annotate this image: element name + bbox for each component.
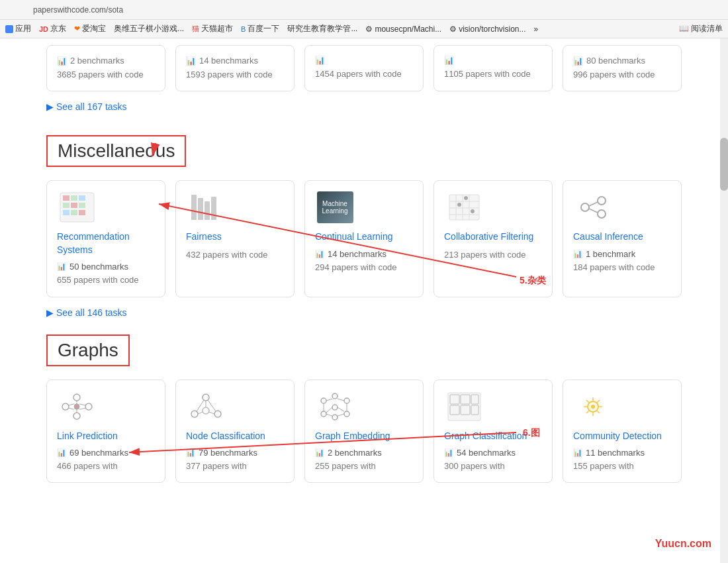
svg-line-82	[597, 411, 600, 413]
svg-point-26	[581, 203, 589, 211]
svg-point-34	[73, 413, 80, 419]
watermark: Yuucn.com	[655, 538, 711, 550]
svg-point-51	[321, 398, 326, 403]
recommendation-systems-papers: 655 papers with code	[57, 274, 155, 286]
bookmark-more[interactable]: »	[534, 25, 539, 34]
top-card-4[interactable]: 📊 1105 papers with code	[433, 45, 553, 91]
svg-point-27	[598, 197, 606, 205]
svg-line-38	[79, 404, 86, 405]
svg-line-36	[68, 404, 74, 405]
miscellaneous-header: Miscellaneous	[46, 135, 186, 167]
top-card-5[interactable]: 📊 80 benchmarks 996 papers with code	[563, 45, 682, 91]
link-prediction-icon	[59, 391, 95, 423]
svg-rect-13	[198, 198, 203, 220]
svg-line-39	[79, 408, 86, 409]
graph-classification-image	[444, 390, 484, 423]
svg-line-58	[326, 399, 332, 401]
bookmark-taobao[interactable]: ❤ 爱淘宝	[74, 23, 106, 34]
svg-rect-66	[448, 393, 480, 421]
bookmark-baidu[interactable]: B 百度一下	[241, 23, 279, 34]
card-collaborative-filtering[interactable]: Collaborative Filtering 213 papers with …	[433, 180, 553, 297]
card-2-benchmarks: 📊 14 benchmarks	[186, 56, 284, 66]
causal-inference-papers: 184 papers with code	[573, 262, 671, 274]
recommendation-icon	[59, 191, 95, 223]
top-card-3[interactable]: 📊 1454 papers with code	[304, 45, 424, 91]
bookmark-edu[interactable]: 研究生教育教学管...	[287, 23, 357, 34]
url-bar: paperswithcode.com/sota	[33, 5, 123, 15]
bookmark-reading[interactable]: 📖 阅读清单	[679, 23, 723, 34]
svg-line-29	[589, 202, 598, 206]
graphs-section: Graphs	[46, 334, 682, 484]
causal-inference-icon	[575, 191, 612, 223]
node-classification-icon	[188, 391, 224, 423]
causal-inference-image	[573, 191, 613, 224]
graph-embedding-title: Graph Embedding	[315, 430, 413, 443]
svg-point-56	[344, 411, 349, 417]
card-fairness[interactable]: Fairness 432 papers with code	[175, 180, 295, 297]
fairness-papers: 432 papers with code	[186, 249, 284, 261]
card-3-benchmarks: 📊	[315, 56, 413, 65]
graph-embedding-image	[315, 390, 355, 423]
svg-point-32	[73, 394, 80, 401]
svg-rect-12	[191, 195, 197, 220]
node-classification-papers: 377 papers with	[186, 460, 284, 472]
top-card-2[interactable]: 📊 14 benchmarks 1593 papers with code	[175, 45, 295, 91]
card-graph-classification[interactable]: Graph Classification 📊 54 benchmarks 300…	[433, 380, 553, 484]
see-all-146-link[interactable]: ▶ See all 146 tasks	[46, 307, 682, 318]
svg-point-45	[203, 407, 209, 414]
bookmark-app[interactable]: 应用	[5, 23, 31, 34]
svg-line-49	[198, 412, 203, 414]
card-community-detection[interactable]: Community Detection 📊 11 benchmarks 155 …	[563, 380, 682, 484]
svg-point-55	[332, 415, 338, 420]
svg-rect-5	[79, 195, 85, 201]
bookmark-game[interactable]: 奥维五子棋小游戏...	[114, 23, 184, 34]
card-5-papers: 996 papers with code	[573, 69, 671, 81]
card-link-prediction[interactable]: Link Prediction 📊 69 benchmarks 466 pape…	[46, 380, 165, 484]
card-2-papers: 1593 papers with code	[186, 69, 284, 81]
svg-rect-4	[71, 195, 77, 201]
community-detection-image	[573, 390, 613, 423]
card-continual-learning[interactable]: Machine Learning Continual Learning 📊 14…	[304, 180, 424, 297]
graph-embedding-papers: 255 papers with	[315, 460, 413, 472]
collaborative-filtering-icon	[446, 191, 482, 223]
bookmark-bar: 应用 JD 京东 ❤ 爱淘宝 奥维五子棋小游戏... 猫 天猫超市 B 百度一下…	[0, 20, 728, 38]
card-recommendation-systems[interactable]: Recommendation Systems 📊 50 benchmarks 6…	[46, 180, 165, 297]
causal-inference-benchmarks: 📊 1 benchmark	[573, 249, 671, 259]
svg-rect-9	[63, 210, 69, 215]
miscellaneous-title: Miscellaneous	[58, 140, 175, 162]
card-4-papers: 1105 papers with code	[444, 68, 542, 80]
graph-classification-papers: 300 papers with	[444, 460, 542, 472]
svg-line-79	[586, 400, 589, 403]
community-detection-benchmarks: 📊 11 benchmarks	[573, 448, 671, 458]
link-prediction-image	[57, 390, 97, 423]
bookmark-tmall[interactable]: 猫 天猫超市	[192, 23, 233, 34]
link-prediction-benchmarks: 📊 69 benchmarks	[57, 448, 155, 458]
recommendation-systems-title: Recommendation Systems	[57, 230, 155, 256]
svg-line-81	[586, 411, 589, 413]
svg-point-28	[598, 210, 606, 218]
community-detection-papers: 155 papers with	[573, 460, 671, 472]
svg-point-43	[191, 411, 198, 417]
bookmark-torch[interactable]: ⚙ vision/torchvision...	[449, 25, 525, 34]
miscellaneous-cards-row: Recommendation Systems 📊 50 benchmarks 6…	[46, 180, 682, 297]
card-1-papers: 3685 papers with code	[57, 69, 155, 81]
collaborative-filtering-image	[444, 191, 484, 224]
svg-point-52	[332, 393, 338, 399]
svg-point-23	[457, 203, 461, 207]
card-node-classification[interactable]: Node Classification 📊 79 benchmarks 377 …	[175, 380, 295, 484]
scrollbar[interactable]	[720, 38, 728, 563]
scrollbar-thumb[interactable]	[720, 138, 728, 191]
bookmark-jd[interactable]: JD 京东	[39, 23, 66, 34]
svg-line-61	[326, 414, 332, 416]
bookmark-mouse[interactable]: ⚙ mousecpn/Machi...	[365, 25, 441, 34]
svg-line-80	[597, 400, 600, 403]
card-causal-inference[interactable]: Causal Inference 📊 1 benchmark 184 paper…	[563, 180, 682, 297]
top-cards-row: 📊 2 benchmarks 3685 papers with code 📊 1…	[46, 45, 682, 91]
card-graph-embedding[interactable]: Graph Embedding 📊 2 benchmarks 255 paper…	[304, 380, 424, 484]
card-1-benchmarks: 📊 2 benchmarks	[57, 56, 155, 66]
svg-rect-3	[63, 195, 69, 201]
see-all-167-link[interactable]: ▶ See all 167 tasks	[46, 101, 682, 112]
fairness-icon	[188, 191, 224, 223]
top-card-1[interactable]: 📊 2 benchmarks 3685 papers with code	[46, 45, 165, 91]
node-classification-benchmarks: 📊 79 benchmarks	[186, 448, 284, 458]
